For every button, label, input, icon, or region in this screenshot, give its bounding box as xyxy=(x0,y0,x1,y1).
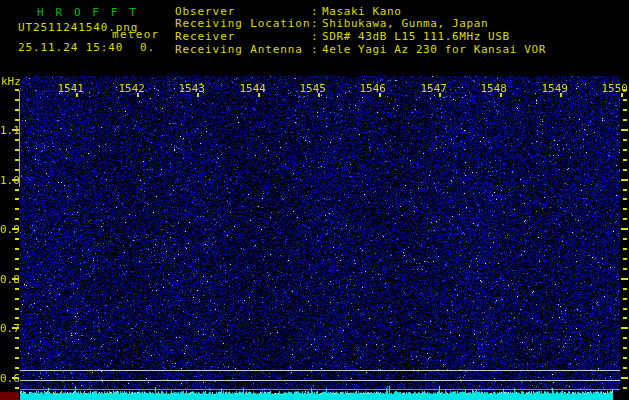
info-colon: : xyxy=(311,18,319,30)
time-tick-label: 1543 xyxy=(177,82,205,95)
observation-datetime: 25.11.24 15:40 xyxy=(18,42,123,54)
mode-label: meteor xyxy=(112,29,160,41)
y-axis-unit-label: kHz xyxy=(1,75,21,88)
info-label-receiver: Receiver xyxy=(175,31,235,43)
freq-tick-label: 1.1 xyxy=(0,124,14,137)
time-tick-label: 1542 xyxy=(117,82,145,95)
time-tick-label: 1548 xyxy=(479,82,507,95)
info-value-receiver: SDR# 43dB L15 111.6MHz USB xyxy=(322,31,510,43)
time-tick-label: 1546 xyxy=(358,82,386,95)
time-tick-label: 1547 xyxy=(419,82,447,95)
freq-tick-label: 0.9 xyxy=(0,223,14,236)
info-label-location: Receiving Location xyxy=(175,18,310,30)
info-value-location: Shibukawa, Gunma, Japan xyxy=(322,18,488,30)
app-title: H R O F F T xyxy=(37,6,138,19)
info-colon: : xyxy=(311,31,319,43)
echo-counter: 0. xyxy=(140,42,155,54)
time-tick-label: 1541 xyxy=(56,82,84,95)
freq-tick-label: 1.0 xyxy=(0,174,14,187)
info-value-antenna: 4ele Yagi Az 230 for Kansai VOR xyxy=(322,44,546,56)
info-label-antenna: Receiving Antenna xyxy=(175,44,303,56)
freq-tick-label: 0.8 xyxy=(0,273,14,286)
time-tick-label: 1545 xyxy=(298,82,326,95)
freq-tick-label: 0.7 xyxy=(0,322,14,335)
time-tick-label: 1544 xyxy=(238,82,266,95)
freq-tick-label: 0.6 xyxy=(0,372,14,385)
time-tick-label: 1550 xyxy=(600,82,628,95)
hrofft-window: H R O F F T UT2511241540.png meteor 25.1… xyxy=(0,0,629,400)
info-colon: : xyxy=(311,44,319,56)
spectrogram-canvas xyxy=(0,70,629,400)
time-tick-label: 1549 xyxy=(540,82,568,95)
